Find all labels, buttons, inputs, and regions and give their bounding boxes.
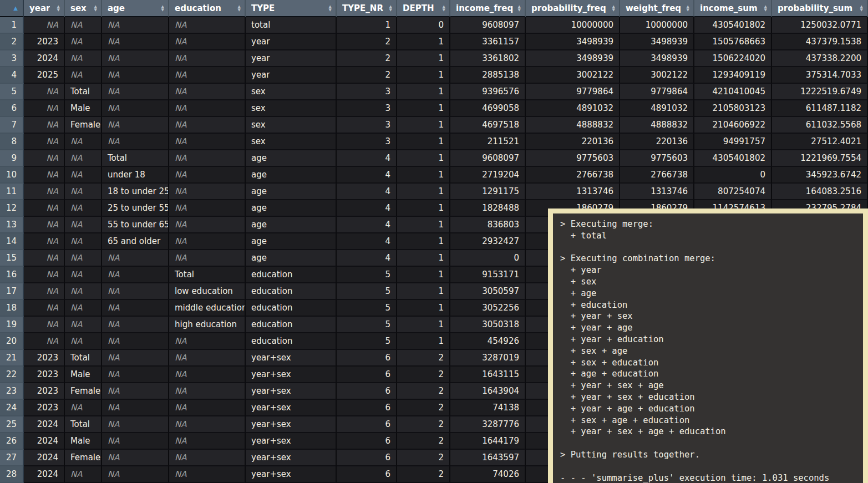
cell-sex: Male [65, 100, 102, 117]
cell-TYPE_NR: 6 [337, 450, 397, 466]
cell-TYPE_NR: 5 [337, 333, 397, 350]
cell-year: NA [24, 134, 65, 150]
cell-income_freq: 1643904 [450, 383, 526, 400]
cell-income_freq: 3287019 [450, 350, 526, 367]
cell-education: middle education [169, 300, 246, 317]
sort-arrows-icon: ▲▼ [329, 5, 332, 12]
cell-DEPTH: 1 [397, 117, 450, 134]
cell-probability_sum: 27512.4021 [772, 134, 868, 150]
cell-probability_freq: 3498939 [526, 34, 620, 50]
cell-age: NA [102, 267, 169, 283]
cell-TYPE: year+sex [246, 433, 337, 450]
cell-education: NA [169, 466, 246, 483]
cell-weight_freq: 220136 [620, 134, 694, 150]
cell-sex: NA [65, 150, 102, 167]
console-overlay: > Executing merge: + total > Executing c… [548, 209, 868, 483]
column-label: weight_freq [626, 3, 681, 13]
cell-year: 2025 [24, 67, 65, 84]
cell-age: NA [102, 317, 169, 333]
sort-arrows-icon: ▲▼ [161, 5, 164, 12]
cell-TYPE: sex [246, 117, 337, 134]
cell-age: NA [102, 400, 169, 416]
cell-income_freq: 454926 [450, 333, 526, 350]
column-header-weight_freq[interactable]: weight_freq▲▼ [620, 0, 694, 17]
cell-education: high education [169, 317, 246, 333]
column-header-income_sum[interactable]: income_sum▲▼ [694, 0, 772, 17]
cell-TYPE: education [246, 317, 337, 333]
row-number: 17 [0, 283, 24, 300]
cell-TYPE_NR: 6 [337, 383, 397, 400]
cell-DEPTH: 1 [397, 267, 450, 283]
row-number: 10 [0, 167, 24, 184]
cell-DEPTH: 2 [397, 450, 450, 466]
cell-year: NA [24, 250, 65, 267]
cell-TYPE_NR: 4 [337, 150, 397, 167]
cell-TYPE: year [246, 50, 337, 67]
row-number: 11 [0, 184, 24, 200]
cell-sex: NA [65, 267, 102, 283]
row-number: 16 [0, 267, 24, 283]
cell-income_freq: 3050318 [450, 317, 526, 333]
column-header-TYPE[interactable]: TYPE▲▼ [246, 0, 337, 17]
column-header-year[interactable]: year▲▼ [24, 0, 65, 17]
column-header-age[interactable]: age▲▼ [102, 0, 169, 17]
cell-TYPE: education [246, 283, 337, 300]
cell-TYPE: year+sex [246, 450, 337, 466]
cell-sex: Female [65, 117, 102, 134]
cell-year: 2024 [24, 450, 65, 466]
cell-year: NA [24, 200, 65, 217]
cell-DEPTH: 2 [397, 416, 450, 433]
cell-probability_freq: 1313746 [526, 184, 620, 200]
cell-TYPE_NR: 5 [337, 317, 397, 333]
cell-probability_sum: 611032.5568 [772, 117, 868, 134]
cell-TYPE_NR: 5 [337, 283, 397, 300]
cell-income_sum: 1293409119 [694, 67, 772, 84]
column-header-probability_sum[interactable]: probability_sum▲▼ [772, 0, 868, 17]
cell-DEPTH: 1 [397, 150, 450, 167]
cell-probability_freq: 4891032 [526, 100, 620, 117]
column-header-DEPTH[interactable]: DEPTH▲▼ [397, 0, 450, 17]
column-header-sex[interactable]: sex▲▼ [65, 0, 102, 17]
cell-DEPTH: 2 [397, 433, 450, 450]
column-header-education[interactable]: education▲▼ [169, 0, 246, 17]
cell-age: NA [102, 300, 169, 317]
cell-DEPTH: 1 [397, 317, 450, 333]
cell-income_freq: 2932427 [450, 233, 526, 250]
cell-TYPE: year [246, 34, 337, 50]
cell-income_freq: 1291175 [450, 184, 526, 200]
cell-income_freq: 9608097 [450, 17, 526, 34]
column-label: income_sum [700, 3, 758, 13]
sort-arrows-icon: ▲▼ [860, 5, 863, 12]
column-header-probability_freq[interactable]: probability_freq▲▼ [526, 0, 620, 17]
cell-income_freq: 1643115 [450, 367, 526, 383]
cell-year: 2024 [24, 50, 65, 67]
cell-sex: NA [65, 466, 102, 483]
row-number: 2 [0, 34, 24, 50]
console-output: > Executing merge: + total > Executing c… [560, 218, 863, 483]
cell-TYPE: education [246, 300, 337, 317]
cell-DEPTH: 1 [397, 184, 450, 200]
cell-education: NA [169, 150, 246, 167]
cell-DEPTH: 1 [397, 134, 450, 150]
column-header-TYPE_NR[interactable]: TYPE_NR▲▼ [337, 0, 397, 17]
cell-DEPTH: 1 [397, 250, 450, 267]
cell-income_sum: 1505768663 [694, 34, 772, 50]
cell-income_freq: 9396576 [450, 84, 526, 100]
cell-sex: Total [65, 416, 102, 433]
row-number-header[interactable]: ▲ [0, 0, 24, 17]
column-header-income_freq[interactable]: income_freq▲▼ [450, 0, 526, 17]
cell-income_freq: 9608097 [450, 150, 526, 167]
cell-education: NA [169, 333, 246, 350]
cell-weight_freq: 9779864 [620, 84, 694, 100]
row-number: 22 [0, 367, 24, 383]
cell-age: NA [102, 450, 169, 466]
cell-income_freq: 3050597 [450, 283, 526, 300]
cell-weight_freq: 10000000 [620, 17, 694, 34]
cell-DEPTH: 2 [397, 466, 450, 483]
cell-TYPE_NR: 4 [337, 167, 397, 184]
cell-income_sum: 2104606922 [694, 117, 772, 134]
cell-DEPTH: 1 [397, 167, 450, 184]
cell-income_freq: 4697518 [450, 117, 526, 134]
cell-education: NA [169, 217, 246, 233]
cell-TYPE_NR: 2 [337, 34, 397, 50]
